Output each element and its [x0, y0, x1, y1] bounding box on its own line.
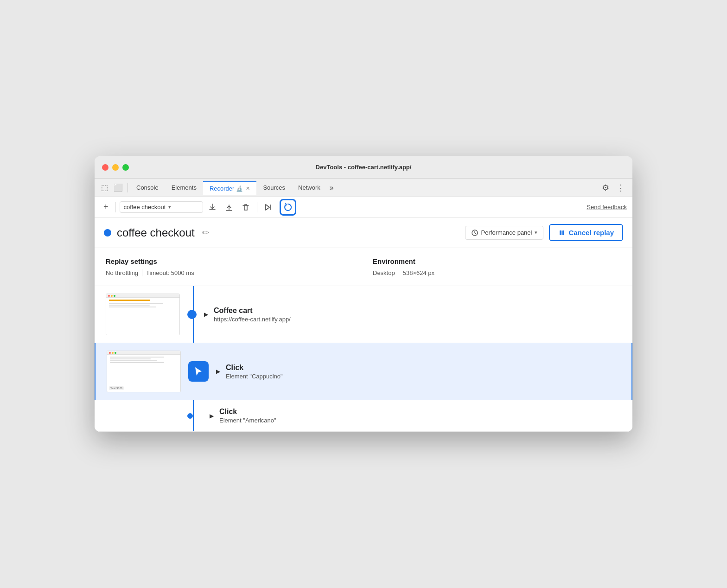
minimize-button[interactable] [112, 164, 119, 171]
recorder-toolbar: + coffee checkout ▾ [95, 197, 632, 217]
step-1-info: ▶ Coffee cart https://coffee-cart.netlif… [204, 307, 291, 323]
step-2-connector [188, 361, 209, 382]
edit-icon[interactable]: ✏ [202, 228, 209, 238]
window-title: DevTools - coffee-cart.netlify.app/ [316, 164, 412, 171]
import-icon [225, 203, 233, 211]
tabs-bar: ⬚ ⬜ Console Elements Recorder 🔬 ✕ Source… [95, 179, 632, 197]
performance-icon [471, 229, 478, 236]
export-button[interactable] [205, 201, 220, 214]
maximize-button[interactable] [122, 164, 129, 171]
cancel-replay-label: Cancel replay [568, 229, 614, 236]
expand-icon-3[interactable]: ▶ [210, 413, 214, 419]
recording-title: coffee checkout [117, 226, 195, 239]
settings-section: Replay settings No throttling Timeout: 5… [95, 248, 632, 286]
play-step-icon [264, 203, 274, 211]
play-step-button[interactable] [261, 201, 278, 214]
settings-icon[interactable]: ⚙ [598, 181, 613, 195]
performance-chevron-icon: ▾ [535, 230, 537, 236]
toolbar-divider-2 [257, 202, 257, 212]
performance-panel-label: Performance panel [481, 229, 532, 236]
step-3-info: ▶ Click Element "Americano" [210, 408, 276, 424]
expand-icon[interactable]: ▶ [204, 311, 208, 318]
more-options-icon[interactable]: ⋮ [613, 181, 629, 195]
step-2-title: Click [226, 364, 283, 372]
recording-status-dot [104, 229, 111, 236]
step-3-dot [187, 413, 193, 419]
pause-icon [558, 229, 566, 236]
cursor-right-icon [193, 366, 204, 377]
step-1-thumbnail [106, 294, 180, 335]
delete-button[interactable] [238, 201, 253, 214]
recorder-icon: 🔬 [236, 185, 243, 192]
recording-selector-name: coffee checkout [124, 204, 166, 211]
step-2-active-icon [188, 361, 209, 382]
replay-icon [283, 202, 293, 212]
step-1-connector [187, 310, 197, 319]
replay-settings-detail: No throttling Timeout: 5000 ms [106, 269, 354, 276]
environment-col: Environment Desktop 538×624 px [373, 257, 621, 276]
step-click-americano[interactable]: ▶ Click Element "Americano" [95, 400, 632, 432]
steps-list: ▶ Coffee cart https://coffee-cart.netlif… [95, 286, 632, 432]
settings-separator-2 [399, 269, 399, 276]
step-2-subtitle: Element "Cappucino" [226, 373, 283, 380]
more-tabs-icon[interactable]: » [327, 182, 337, 194]
step-1-title: Coffee cart [214, 307, 291, 315]
expand-icon-2[interactable]: ▶ [216, 368, 220, 375]
throttling-value: No throttling [106, 269, 138, 276]
tab-network[interactable]: Network [292, 181, 327, 194]
timeout-value: Timeout: 5000 ms [146, 269, 194, 276]
replay-settings-col: Replay settings No throttling Timeout: 5… [106, 257, 354, 276]
send-feedback-link[interactable]: Send feedback [587, 204, 627, 211]
import-button[interactable] [222, 201, 236, 214]
tab-recorder[interactable]: Recorder 🔬 ✕ [203, 181, 256, 195]
devtools-window: DevTools - coffee-cart.netlify.app/ ⬚ ⬜ … [95, 156, 632, 432]
tab-console[interactable]: Console [130, 181, 165, 194]
performance-panel-button[interactable]: Performance panel ▾ [465, 226, 544, 240]
trash-icon [242, 203, 250, 211]
environment-detail: Desktop 538×624 px [373, 269, 621, 276]
environment-title: Environment [373, 257, 621, 265]
svg-rect-1 [560, 230, 561, 235]
tab-elements[interactable]: Elements [165, 181, 203, 194]
cancel-replay-button[interactable]: Cancel replay [549, 224, 623, 241]
content-header: coffee checkout ✏ Performance panel ▾ Ca… [95, 217, 632, 248]
tab-divider-1 [128, 183, 128, 192]
resolution-value: 538×624 px [403, 269, 434, 276]
step-click-cappucino[interactable]: Total: $0.00 ▶ Click Element "Cappucino" [95, 343, 632, 400]
title-bar: DevTools - coffee-cart.netlify.app/ [95, 156, 632, 179]
settings-separator-1 [142, 269, 142, 276]
step-1-dot [187, 310, 197, 319]
replay-settings-title: Replay settings [106, 257, 354, 265]
step-1-subtitle: https://coffee-cart.netlify.app/ [214, 316, 291, 323]
step-3-title: Click [219, 408, 276, 416]
device-icon[interactable]: ⬜ [111, 181, 126, 194]
tab-sources[interactable]: Sources [256, 181, 292, 194]
tab-close-icon[interactable]: ✕ [246, 185, 250, 192]
recording-selector[interactable]: coffee checkout ▾ [120, 201, 203, 213]
add-recording-button[interactable]: + [100, 200, 112, 214]
device-value: Desktop [373, 269, 395, 276]
main-content: Replay settings No throttling Timeout: 5… [95, 248, 632, 432]
step-3-connector [187, 413, 193, 419]
chevron-down-icon: ▾ [168, 204, 171, 210]
inspect-icon[interactable]: ⬚ [98, 181, 111, 194]
replay-button[interactable] [280, 199, 296, 216]
toolbar-divider-1 [115, 202, 116, 212]
step-2-info: ▶ Click Element "Cappucino" [216, 364, 283, 380]
close-button[interactable] [102, 164, 108, 171]
svg-rect-2 [562, 230, 564, 235]
step-navigate[interactable]: ▶ Coffee cart https://coffee-cart.netlif… [95, 286, 632, 343]
export-icon [208, 203, 217, 211]
traffic-lights [102, 164, 129, 171]
step-3-subtitle: Element "Americano" [219, 417, 276, 424]
step-2-thumbnail: Total: $0.00 [107, 351, 181, 392]
